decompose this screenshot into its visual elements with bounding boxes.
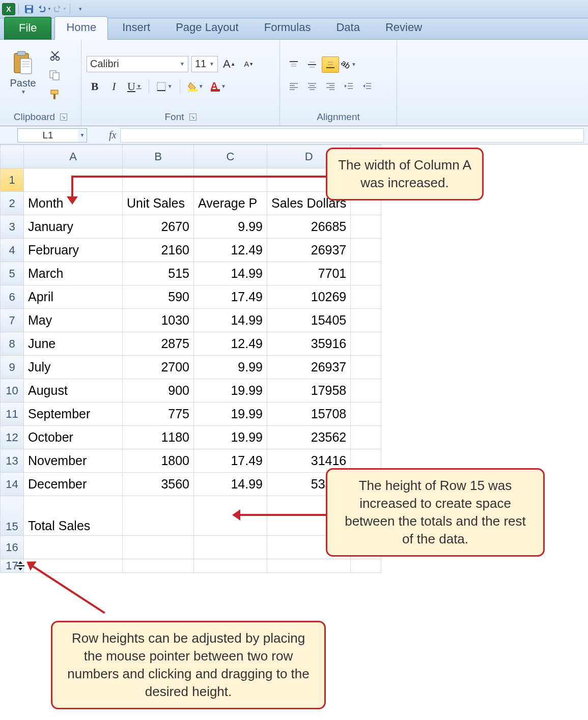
row-header[interactable]: 7 [1,309,24,332]
dialog-launcher-icon[interactable]: ↘ [189,113,197,121]
row-header[interactable]: 14 [1,473,24,496]
cell[interactable]: 9.99 [194,215,267,239]
name-box[interactable]: L1 ▼ [17,128,78,142]
cell[interactable]: 17.49 [194,449,267,473]
column-header-a[interactable]: A [24,145,123,168]
redo-button[interactable]: ▼ [52,3,67,16]
cell[interactable]: 19.99 [194,426,267,449]
tab-formulas[interactable]: Formulas [253,17,322,39]
cell[interactable]: 35916 [267,332,351,356]
cell[interactable]: 17958 [267,379,351,402]
cell[interactable]: 2160 [123,239,194,262]
cell[interactable]: 515 [123,262,194,285]
font-color-button[interactable]: A ▼ [209,78,228,95]
cell[interactable]: January [24,215,123,239]
cell[interactable]: 23562 [267,426,351,449]
cell[interactable]: May [24,309,123,332]
dropdown-caret-icon[interactable]: ▼ [179,61,185,67]
dropdown-caret-icon[interactable]: ▼ [78,128,87,142]
cell[interactable]: 14.99 [194,473,267,496]
cell[interactable]: 26685 [267,215,351,239]
format-painter-button[interactable] [46,87,64,102]
customize-qat-button[interactable]: ▾ [73,3,88,16]
cell[interactable] [123,496,194,536]
grid[interactable]: A B C D 1 2 Month Unit Sales Average P S… [0,145,381,573]
cell[interactable]: 3560 [123,473,194,496]
copy-button[interactable] [46,68,64,83]
row-header[interactable]: 3 [1,215,24,239]
row-header[interactable]: 2 [1,192,24,215]
align-left-button[interactable] [285,78,302,94]
decrease-font-button[interactable]: A▼ [241,55,257,73]
cell[interactable]: 15405 [267,309,351,332]
align-middle-button[interactable] [303,56,321,73]
paste-button[interactable]: Paste ▼ [5,47,41,103]
row-header[interactable]: 9 [1,356,24,379]
fx-icon[interactable]: fx [109,129,116,141]
cell[interactable]: 2700 [123,356,194,379]
cell[interactable]: 1800 [123,449,194,473]
row-header[interactable]: 6 [1,285,24,309]
cell[interactable] [351,309,381,332]
cell[interactable]: August [24,379,123,402]
tab-file[interactable]: File [4,17,51,40]
tab-home[interactable]: Home [54,16,108,40]
cell[interactable]: March [24,262,123,285]
cell[interactable]: 1030 [123,309,194,332]
cell[interactable]: November [24,449,123,473]
decrease-indent-button[interactable] [340,78,357,94]
cell[interactable]: 17.49 [194,285,267,309]
cell[interactable]: 2875 [123,332,194,356]
cell[interactable] [351,559,381,573]
cell[interactable]: February [24,239,123,262]
cell[interactable] [351,215,381,239]
align-right-button[interactable] [322,78,339,94]
cell[interactable]: December [24,473,123,496]
cell[interactable] [194,168,267,192]
cell[interactable] [351,262,381,285]
cell[interactable] [123,168,194,192]
tab-review[interactable]: Review [374,17,433,39]
cell[interactable]: 10269 [267,285,351,309]
cell[interactable] [123,536,194,559]
italic-button[interactable]: I [106,78,122,95]
cell[interactable]: 14.99 [194,262,267,285]
save-button[interactable] [22,3,36,16]
tab-data[interactable]: Data [325,17,371,39]
row-header[interactable]: 11 [1,402,24,426]
bold-button[interactable]: B [87,78,103,95]
cell[interactable]: 19.99 [194,402,267,426]
fill-color-button[interactable]: ▼ [185,78,206,95]
align-bottom-button[interactable] [322,56,339,73]
cell[interactable] [267,559,351,573]
cell[interactable]: 14.99 [194,309,267,332]
row-header[interactable]: 4 [1,239,24,262]
cell[interactable]: June [24,332,123,356]
cell[interactable]: 12.49 [194,332,267,356]
borders-button[interactable]: ▼ [154,78,175,95]
cell[interactable]: 1180 [123,426,194,449]
cut-button[interactable] [46,48,64,64]
cell[interactable] [351,332,381,356]
cell[interactable]: September [24,402,123,426]
column-header-b[interactable]: B [123,145,194,168]
align-top-button[interactable] [285,56,302,73]
cell[interactable]: 19.99 [194,379,267,402]
font-name-combo[interactable]: Calibri ▼ [87,56,188,72]
row-header[interactable]: 13 [1,449,24,473]
cell[interactable]: 9.99 [194,356,267,379]
cell[interactable]: 26937 [267,356,351,379]
underline-button[interactable]: U▼ [125,78,144,95]
cell[interactable] [351,379,381,402]
cell[interactable]: Unit Sales [123,192,194,215]
dropdown-caret-icon[interactable]: ▼ [20,89,26,95]
select-all-corner[interactable] [1,145,24,168]
cell[interactable] [123,559,194,573]
dropdown-caret-icon[interactable]: ▼ [47,7,51,11]
cell[interactable]: 775 [123,402,194,426]
row-header[interactable]: 5 [1,262,24,285]
cell[interactable]: 7701 [267,262,351,285]
formula-input[interactable] [120,128,584,142]
row-header[interactable]: 12 [1,426,24,449]
cell[interactable] [194,559,267,573]
